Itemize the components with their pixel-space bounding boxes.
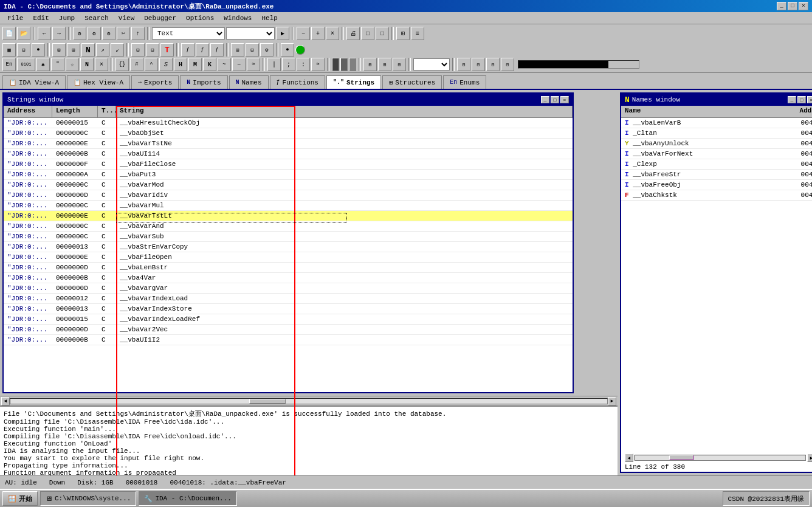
strings-row[interactable]: "JDR:0:... 00000013 C __vbaStrEnVarCopy xyxy=(4,242,573,252)
btn-semi[interactable]: ; xyxy=(282,58,295,71)
btn-s[interactable]: ⊟ xyxy=(246,43,259,57)
back-button[interactable]: ← xyxy=(38,27,51,40)
btn-ast[interactable]: ✱ xyxy=(36,58,50,71)
tab-names[interactable]: N Names xyxy=(229,75,269,89)
btn-6[interactable]: ✂ xyxy=(117,27,130,40)
open-file-button[interactable]: 📂 xyxy=(17,27,30,40)
strings-row[interactable]: "JDR:0:... 00000013 C __vbaVarIndexStore xyxy=(4,304,573,314)
tab-imports[interactable]: N Imports xyxy=(180,75,227,89)
strings-row[interactable]: "JDR:0:... 0000000C C __vbaVarMod xyxy=(4,180,573,190)
btn-copy2[interactable]: ⊞ xyxy=(67,43,80,57)
names-row[interactable]: I _Clexp 0040 xyxy=(621,159,812,170)
names-h-track[interactable] xyxy=(635,455,806,461)
btn-x[interactable]: × xyxy=(326,27,339,40)
menu-file[interactable]: File xyxy=(2,13,28,23)
btn-quote[interactable]: " xyxy=(51,58,64,71)
menu-view[interactable]: View xyxy=(114,13,139,23)
btn-colon[interactable]: : xyxy=(297,58,310,71)
taskbar-item-explorer[interactable]: 🖥 C:\WINDOWS\syste... xyxy=(40,491,136,506)
btn-7[interactable]: ↑ xyxy=(131,27,145,40)
btn-dot[interactable]: ● xyxy=(32,43,45,57)
tab-hex-view[interactable]: 📋 Hex View-A xyxy=(67,75,130,89)
names-row[interactable]: I __vbaVarForNext 0040 xyxy=(621,149,812,159)
strings-row[interactable]: "JDR:0:... 0000000D C __vbaVar2Vec xyxy=(4,325,573,335)
names-table-body[interactable]: I __vbaLenVarB 0040 I _Cltan 0040 Y __vb… xyxy=(621,118,812,452)
btn-chars2[interactable]: ⊞ xyxy=(378,58,391,71)
btn-k[interactable]: K xyxy=(203,58,216,71)
segment-dropdown[interactable]: Text xyxy=(152,27,225,40)
strings-row[interactable]: "JDR:0:... 00000012 C __vbaVarIndexLoad xyxy=(4,294,573,304)
tab-exports[interactable]: → Exports xyxy=(131,75,179,89)
names-row[interactable]: Y __vbaAnyUnlock 0040 xyxy=(621,139,812,149)
btn-hex[interactable]: ⊟ xyxy=(17,43,30,57)
names-h-thumb[interactable] xyxy=(669,455,693,460)
strings-row[interactable]: "JDR:0:... 0000000E C __vbaVarTstLt xyxy=(4,211,573,221)
btn-arr[interactable]: ↗ xyxy=(96,43,109,57)
btn-ex2[interactable]: ⊟ xyxy=(472,58,485,71)
menu-help[interactable]: Help xyxy=(256,13,282,23)
btn-paste[interactable]: ⊟ xyxy=(131,43,145,57)
names-row[interactable]: I __vbaLenVarB 0040 xyxy=(621,118,812,128)
btn-10[interactable]: ⊞ xyxy=(396,27,410,40)
btn-wave[interactable]: ≈ xyxy=(247,58,260,71)
btn-3[interactable]: ⚙ xyxy=(73,27,86,40)
btn-4[interactable]: ⚙ xyxy=(88,27,101,40)
strings-row[interactable]: "JDR:0:... 0000000C C __vbaVarMul xyxy=(4,201,573,211)
zoom-dropdown[interactable] xyxy=(413,58,450,71)
btn-calc[interactable]: ⊞ xyxy=(231,43,244,57)
strings-row[interactable]: "JDR:0:... 0000000F C __vbaFileClose xyxy=(4,159,573,170)
new-file-button[interactable]: 📄 xyxy=(2,27,16,40)
btn-x2[interactable]: × xyxy=(95,58,108,71)
btn-curly[interactable]: ≈ xyxy=(311,58,325,71)
btn-gear[interactable]: ⚙ xyxy=(260,43,274,57)
strings-close-btn[interactable]: × xyxy=(560,96,569,103)
btn-t[interactable]: T xyxy=(160,43,174,57)
strings-row[interactable]: "JDR:0:... 0000000A C __vbaPut3 xyxy=(4,170,573,180)
strings-row[interactable]: "JDR:0:... 0000000E C __vbaFileOpen xyxy=(4,252,573,263)
menu-options[interactable]: Options xyxy=(181,13,219,23)
strings-row[interactable]: "JDR:0:... 00000015 C __vbaVarIndexLoadR… xyxy=(4,314,573,325)
btn-bar3[interactable] xyxy=(349,58,356,71)
h-scroll-track[interactable] xyxy=(10,398,608,404)
run-button[interactable]: ▶ xyxy=(276,27,289,40)
btn-green[interactable] xyxy=(295,45,305,55)
strings-table-body[interactable]: "JDR:0:... 00000015 C __vbaHresultCheckO… xyxy=(4,118,573,392)
maximize-button[interactable]: □ xyxy=(788,2,797,10)
strings-minimize-btn[interactable]: _ xyxy=(541,96,549,103)
strings-row[interactable]: "JDR:0:... 0000000D C __vbaVargVar xyxy=(4,283,573,294)
menu-jump[interactable]: Jump xyxy=(54,13,80,23)
btn-chars1[interactable]: ⊞ xyxy=(363,58,377,71)
names-row[interactable]: I __vbaFreeStr 0040 xyxy=(621,170,812,180)
names-row[interactable]: F __vbaChkstk 0040 xyxy=(621,190,812,201)
btn-ex1[interactable]: ⊟ xyxy=(457,58,470,71)
btn-11[interactable]: ≡ xyxy=(411,27,424,40)
btn-en[interactable]: En xyxy=(2,58,16,71)
names-maximize-btn[interactable]: □ xyxy=(797,96,806,103)
btn-star[interactable]: ☆ xyxy=(66,58,79,71)
btn-n2[interactable]: N xyxy=(80,58,94,71)
names-minimize-btn[interactable]: _ xyxy=(788,96,796,103)
btn-arr2[interactable]: ↙ xyxy=(111,43,124,57)
scroll-right-btn[interactable]: ► xyxy=(608,397,616,405)
strings-row[interactable]: "JDR:0:... 0000000C C __vbaVarSub xyxy=(4,232,573,242)
btn-plus[interactable]: + xyxy=(311,27,325,40)
names-close-btn[interactable]: × xyxy=(807,96,812,103)
btn-caret[interactable]: ^ xyxy=(145,58,158,71)
btn-minus[interactable]: − xyxy=(297,27,310,40)
btn-ex4[interactable]: ⊟ xyxy=(501,58,514,71)
print-button[interactable]: 🖨 xyxy=(346,27,360,40)
menu-windows[interactable]: Windows xyxy=(219,13,256,23)
btn-brace[interactable]: {} xyxy=(115,58,129,71)
btn-0101[interactable]: 0101 xyxy=(17,58,35,71)
names-scroll-right[interactable]: ► xyxy=(807,454,812,462)
tab-ida-view[interactable]: 📋 IDA View-A xyxy=(2,75,66,89)
btn-chars3[interactable]: ⊞ xyxy=(393,58,406,71)
names-row[interactable]: I __vbaFreeObj 0040 xyxy=(621,180,812,190)
menu-search[interactable]: Search xyxy=(80,13,114,23)
btn-m[interactable]: M xyxy=(188,58,202,71)
btn-8[interactable]: □ xyxy=(361,27,374,40)
tab-structures[interactable]: ⊞ Structures xyxy=(382,75,442,89)
btn-h[interactable]: H xyxy=(174,58,187,71)
btn-f2[interactable]: ƒ xyxy=(196,43,209,57)
forward-button[interactable]: → xyxy=(52,27,66,40)
